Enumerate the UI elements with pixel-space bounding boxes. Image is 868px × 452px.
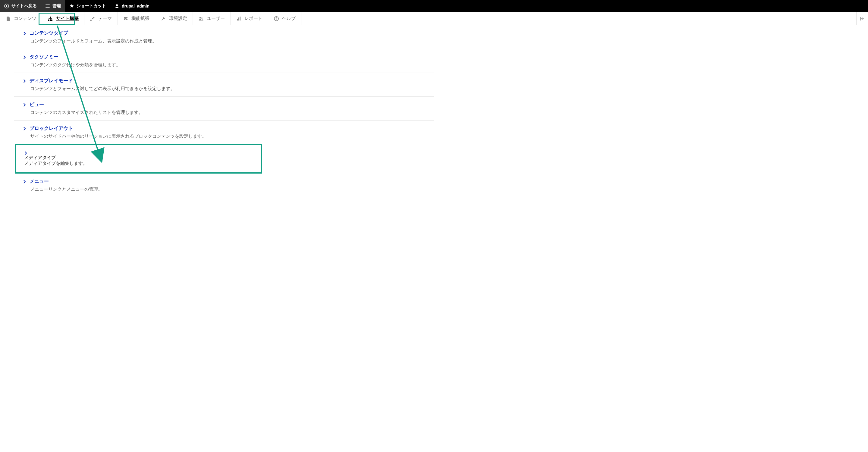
- svg-point-12: [276, 20, 277, 20]
- svg-point-6: [199, 17, 201, 19]
- svg-rect-10: [240, 17, 241, 21]
- tab-appearance[interactable]: テーマ: [84, 12, 118, 25]
- section-display-modes: ディスプレイモード コンテンツとフォームに対してどの表示が利用できるかを設定しま…: [14, 73, 434, 96]
- structure-page-content: コンテンツタイプ コンテンツのフィールドとフォーム、表示設定の作成と管理。 タク…: [0, 25, 440, 209]
- tab-help-label: ヘルプ: [282, 16, 296, 22]
- svg-point-1: [116, 4, 118, 6]
- svg-rect-9: [239, 18, 239, 21]
- admin-toolbar-top: サイトへ戻る 管理 ショートカット drupal_admin: [0, 0, 868, 12]
- link-menus[interactable]: メニュー: [30, 179, 49, 185]
- link-taxonomy[interactable]: タクソノミー: [30, 54, 59, 60]
- chevron-right-icon: [23, 32, 27, 35]
- section-menus: メニュー メニューリンクとメニューの管理。: [14, 173, 434, 197]
- chevron-right-icon: [24, 151, 261, 155]
- wrench-icon: [161, 16, 166, 22]
- desc-menus: メニューリンクとメニューの管理。: [30, 187, 434, 192]
- svg-rect-3: [48, 20, 50, 21]
- tab-content[interactable]: コンテンツ: [0, 12, 42, 25]
- desc-views: コンテンツのカスタマイズされたリストを管理します。: [30, 110, 434, 116]
- back-to-site-button[interactable]: サイトへ戻る: [0, 0, 41, 12]
- tab-reports-label: レポート: [244, 16, 262, 22]
- hamburger-icon: [45, 4, 50, 8]
- desc-block-layout: サイトのサイドバーや他のリージョンに表示されるブロックコンテンツを設定します。: [30, 133, 434, 139]
- chevron-right-icon: [23, 127, 27, 130]
- collapse-icon: [860, 16, 865, 22]
- tab-reports[interactable]: レポート: [230, 12, 268, 25]
- desc-taxonomy: コンテンツのタグ付けや分類を管理します。: [30, 62, 434, 68]
- link-media-types[interactable]: メディアタイプ: [24, 155, 56, 160]
- help-icon: [274, 16, 279, 22]
- section-content-types: コンテンツタイプ コンテンツのフィールドとフォーム、表示設定の作成と管理。: [14, 25, 434, 49]
- svg-rect-2: [50, 17, 51, 18]
- paintbrush-icon: [90, 16, 95, 22]
- document-icon: [5, 16, 11, 22]
- tab-appearance-label: テーマ: [98, 16, 112, 22]
- link-display-modes[interactable]: ディスプレイモード: [30, 78, 73, 84]
- sitemap-icon: [48, 16, 53, 22]
- puzzle-icon: [123, 16, 128, 22]
- link-block-layout[interactable]: ブロックレイアウト: [30, 125, 73, 132]
- tab-extend[interactable]: 機能拡張: [118, 12, 155, 25]
- user-label: drupal_admin: [122, 4, 150, 8]
- section-block-layout: ブロックレイアウト サイトのサイドバーや他のリージョンに表示されるブロックコンテ…: [14, 120, 434, 144]
- desc-display-modes: コンテンツとフォームに対してどの表示が利用できるかを設定します。: [30, 86, 434, 92]
- section-media-types-highlighted: メディアタイプ メディアタイプを編集します。: [15, 144, 262, 173]
- link-views[interactable]: ビュー: [30, 102, 44, 108]
- toolbar-orientation-toggle[interactable]: [856, 12, 868, 25]
- desc-media-types: メディアタイプを編集します。: [24, 161, 261, 166]
- user-icon: [115, 4, 119, 8]
- svg-point-7: [201, 18, 203, 19]
- tab-help[interactable]: ヘルプ: [268, 12, 301, 25]
- users-icon: [198, 16, 204, 22]
- back-to-site-label: サイトへ戻る: [11, 3, 37, 9]
- desc-content-types: コンテンツのフィールドとフォーム、表示設定の作成と管理。: [30, 38, 434, 44]
- manage-toggle[interactable]: 管理: [41, 0, 65, 12]
- tab-config-label: 環境設定: [169, 16, 187, 22]
- tab-structure-label: サイト構築: [56, 16, 79, 22]
- manage-label: 管理: [53, 3, 61, 9]
- section-taxonomy: タクソノミー コンテンツのタグ付けや分類を管理します。: [14, 49, 434, 73]
- user-menu-button[interactable]: drupal_admin: [110, 0, 154, 12]
- bar-chart-icon: [236, 16, 241, 22]
- section-views: ビュー コンテンツのカスタマイズされたリストを管理します。: [14, 96, 434, 120]
- chevron-right-icon: [23, 103, 27, 107]
- shortcut-label: ショートカット: [76, 3, 106, 9]
- admin-tab-bar: コンテンツ サイト構築 テーマ 機能拡張 環境設定 ユーザー レポート: [0, 12, 868, 25]
- svg-rect-8: [237, 19, 238, 21]
- svg-point-0: [4, 4, 9, 8]
- tab-people-label: ユーザー: [207, 16, 225, 22]
- shortcut-button[interactable]: ショートカット: [65, 0, 110, 12]
- tab-extend-label: 機能拡張: [131, 16, 150, 22]
- tab-people[interactable]: ユーザー: [193, 12, 230, 25]
- link-content-types[interactable]: コンテンツタイプ: [30, 30, 68, 36]
- chevron-right-icon: [23, 180, 27, 184]
- chevron-right-icon: [23, 79, 27, 83]
- tab-config[interactable]: 環境設定: [155, 12, 193, 25]
- svg-rect-4: [50, 20, 51, 21]
- star-icon: [69, 4, 74, 8]
- tab-structure[interactable]: サイト構築: [42, 12, 84, 25]
- tab-content-label: コンテンツ: [14, 16, 36, 22]
- chevron-left-circle-icon: [4, 4, 9, 8]
- chevron-right-icon: [23, 56, 27, 59]
- svg-rect-5: [51, 20, 53, 21]
